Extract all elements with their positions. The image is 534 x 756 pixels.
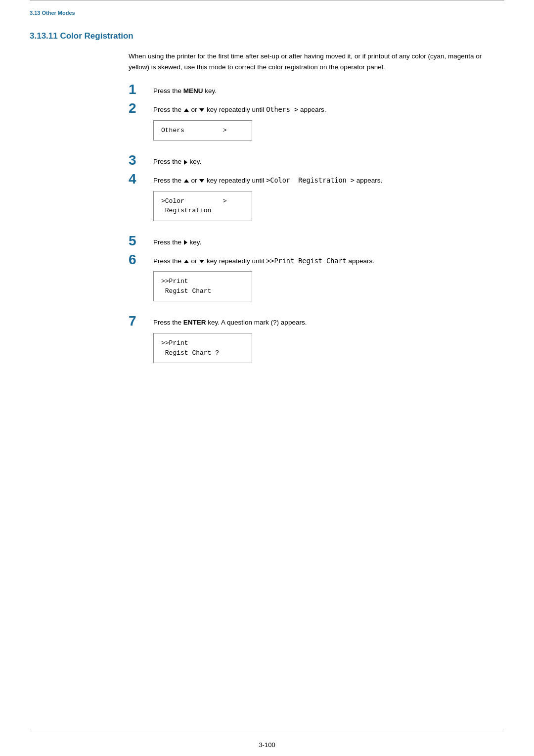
page-number: 3-100 xyxy=(259,741,275,749)
step2-code: Others > xyxy=(266,105,298,113)
triangle-right-icon xyxy=(184,240,187,245)
step-content-5: Press the key. xyxy=(153,236,504,248)
step-content-6: Press the or key repeatedly until >>Prin… xyxy=(153,255,504,310)
step-number-4: 4 xyxy=(129,172,153,186)
triangle-up-icon xyxy=(184,179,189,183)
step-row: 7 Press the ENTER key. A question mark (… xyxy=(129,316,504,371)
step4-code: >Color Registration > xyxy=(266,176,355,184)
step7-lcd: >>Print Regist Chart ? xyxy=(153,333,252,363)
step-content-7: Press the ENTER key. A question mark (?)… xyxy=(153,316,504,371)
step7-lcd-text: >>Print Regist Chart ? xyxy=(161,338,244,358)
breadcrumb-bar: 3.13 Other Modes xyxy=(0,4,534,16)
step7-text: Press the ENTER key. A question mark (?)… xyxy=(153,317,504,328)
step-number-5: 5 xyxy=(129,234,153,248)
step-content-4: Press the or key repeatedly until >Color… xyxy=(153,174,504,229)
step-content-2: Press the or key repeatedly until Others… xyxy=(153,103,504,148)
triangle-up-icon xyxy=(184,260,189,263)
content-area: 3.13.11 Color Registration When using th… xyxy=(0,16,534,408)
step-number-1: 1 xyxy=(129,83,153,96)
step-content-3: Press the key. xyxy=(153,155,504,167)
step6-code: >>Print Regist Chart xyxy=(266,257,347,265)
steps-container: 1 Press the MENU key. 2 Press the or key… xyxy=(129,85,504,371)
step6-lcd-text: >>Print Regist Chart xyxy=(161,277,244,296)
step-number-3: 3 xyxy=(129,153,153,167)
step2-text: Press the or key repeatedly until Others… xyxy=(153,104,504,115)
top-rule xyxy=(30,0,504,4)
step-row: 1 Press the MENU key. xyxy=(129,85,504,96)
step4-lcd-text: >Color > Registration xyxy=(161,196,244,216)
breadcrumb: 3.13 Other Modes xyxy=(30,10,75,16)
step6-lcd: >>Print Regist Chart xyxy=(153,271,252,301)
step4-lcd: >Color > Registration xyxy=(153,191,252,221)
step-row: 4 Press the or key repeatedly until >Col… xyxy=(129,174,504,229)
step4-text: Press the or key repeatedly until >Color… xyxy=(153,175,504,186)
step-number-6: 6 xyxy=(129,253,153,267)
step-content-1: Press the MENU key. xyxy=(153,85,504,96)
triangle-down-icon xyxy=(199,260,204,263)
step7-bold: ENTER xyxy=(183,319,206,326)
step-row: 6 Press the or key repeatedly until >>Pr… xyxy=(129,255,504,310)
triangle-right-icon xyxy=(184,160,187,165)
section-title: 3.13.11 Color Registration xyxy=(30,31,504,41)
triangle-up-icon xyxy=(184,108,189,112)
step2-lcd: Others > xyxy=(153,120,252,141)
step6-text: Press the or key repeatedly until >>Prin… xyxy=(153,256,504,267)
step-number-2: 2 xyxy=(129,101,153,115)
step1-bold: MENU xyxy=(183,87,203,94)
page-container: 3.13 Other Modes 3.13.11 Color Registrat… xyxy=(0,0,534,756)
step-row: 3 Press the key. xyxy=(129,155,504,167)
step-row: 2 Press the or key repeatedly until Othe… xyxy=(129,103,504,148)
bottom-rule xyxy=(30,731,504,731)
step-number-7: 7 xyxy=(129,314,153,328)
step2-lcd-text: Others > xyxy=(161,126,244,136)
triangle-down-icon xyxy=(199,179,204,183)
triangle-down-icon xyxy=(199,108,204,112)
intro-text: When using the printer for the first tim… xyxy=(129,51,504,72)
page-footer: 3-100 xyxy=(0,741,534,749)
step-row: 5 Press the key. xyxy=(129,236,504,248)
